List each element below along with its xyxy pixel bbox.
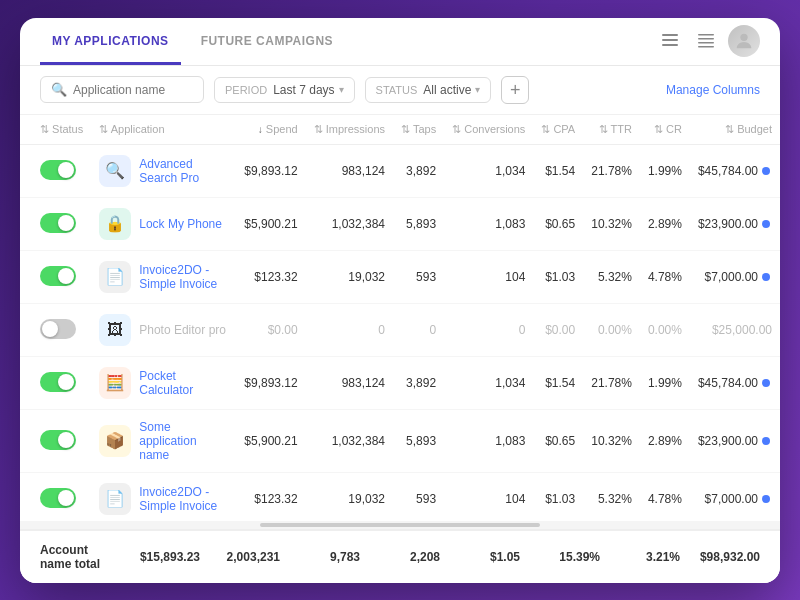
row-budget: $7,000.00 (690, 250, 780, 303)
col-application[interactable]: ⇅ Application (91, 115, 236, 145)
footer-ttr: 15.39% (520, 550, 600, 564)
row-conversions: 1,034 (444, 356, 533, 409)
row-cr: 4.78% (640, 250, 690, 303)
search-box[interactable]: 🔍 (40, 76, 204, 103)
row-conversions: 0 (444, 303, 533, 356)
app-icon: 🔒 (99, 208, 131, 240)
row-cpa: $0.65 (533, 197, 583, 250)
row-toggle-cell (20, 472, 91, 521)
campaigns-table: ⇅ Status ⇅ Application ↓ Spend ⇅ Impress… (20, 115, 780, 521)
col-cr[interactable]: ⇅ CR (640, 115, 690, 145)
row-conversions: 104 (444, 250, 533, 303)
toggle-knob (42, 321, 58, 337)
row-cpa: $1.54 (533, 356, 583, 409)
svg-rect-3 (698, 34, 714, 36)
app-toggle[interactable] (40, 430, 76, 450)
search-input[interactable] (73, 83, 193, 97)
footer-cpa: $1.05 (440, 550, 520, 564)
row-taps: 5,893 (393, 409, 444, 472)
row-spend: $9,893.12 (236, 144, 305, 197)
table-row: 🧮 Pocket Calculator $9,893.12 983,124 3,… (20, 356, 780, 409)
row-spend: $123.32 (236, 472, 305, 521)
svg-rect-2 (662, 44, 678, 46)
period-chevron-icon: ▾ (339, 84, 344, 95)
row-ttr: 5.32% (583, 250, 640, 303)
app-toggle[interactable] (40, 213, 76, 233)
app-cell: 🔍 Advanced Search Pro (99, 155, 228, 187)
compact-view-icon[interactable] (692, 31, 720, 51)
app-name[interactable]: Photo Editor pro (139, 323, 226, 337)
app-icon: 📄 (99, 261, 131, 293)
row-cpa: $1.54 (533, 144, 583, 197)
app-icon: 📄 (99, 483, 131, 515)
app-icon: 🧮 (99, 367, 131, 399)
row-impressions: 1,032,384 (306, 197, 393, 250)
status-filter[interactable]: STATUS All active ▾ (365, 77, 492, 103)
row-spend: $5,900.21 (236, 197, 305, 250)
tab-my-applications[interactable]: MY APPLICATIONS (40, 18, 181, 65)
budget-bar (762, 426, 772, 456)
app-toggle[interactable] (40, 319, 76, 339)
status-value: All active (423, 83, 471, 97)
app-toggle[interactable] (40, 372, 76, 392)
row-taps: 3,892 (393, 356, 444, 409)
row-impressions: 983,124 (306, 356, 393, 409)
scrollbar-thumb[interactable] (260, 523, 540, 527)
row-toggle-cell (20, 409, 91, 472)
row-toggle-cell (20, 356, 91, 409)
app-cell: 📄 Invoice2DO - Simple Invoice (99, 483, 228, 515)
svg-rect-0 (662, 34, 678, 36)
table-row: 🖼 Photo Editor pro $0.00 0 0 0 $0.00 0.0… (20, 303, 780, 356)
app-name[interactable]: Some application name (139, 420, 228, 462)
user-avatar[interactable] (728, 25, 760, 57)
footer-conversions: 2,208 (360, 550, 440, 564)
col-budget[interactable]: ⇅ Budget (690, 115, 780, 145)
add-button[interactable]: + (501, 76, 529, 104)
app-name[interactable]: Advanced Search Pro (139, 157, 228, 185)
row-budget: $45,784.00 (690, 356, 780, 409)
footer-values: $15,893.23 2,003,231 9,783 2,208 $1.05 1… (120, 550, 760, 564)
row-spend: $9,893.12 (236, 356, 305, 409)
budget-bar (762, 484, 772, 514)
app-name[interactable]: Lock My Phone (139, 217, 222, 231)
app-toggle[interactable] (40, 160, 76, 180)
col-taps[interactable]: ⇅ Taps (393, 115, 444, 145)
col-status[interactable]: ⇅ Status (20, 115, 91, 145)
row-ttr: 0.00% (583, 303, 640, 356)
budget-bar (762, 156, 772, 186)
row-taps: 593 (393, 472, 444, 521)
app-name[interactable]: Pocket Calculator (139, 369, 228, 397)
app-toggle[interactable] (40, 488, 76, 508)
app-name[interactable]: Invoice2DO - Simple Invoice (139, 485, 228, 513)
table-row: 📄 Invoice2DO - Simple Invoice $123.32 19… (20, 472, 780, 521)
period-filter[interactable]: PERIOD Last 7 days ▾ (214, 77, 355, 103)
row-budget: $7,000.00 (690, 472, 780, 521)
col-conversions[interactable]: ⇅ Conversions (444, 115, 533, 145)
table-row: 🔒 Lock My Phone $5,900.21 1,032,384 5,89… (20, 197, 780, 250)
horizontal-scrollbar[interactable] (20, 521, 780, 529)
row-cr: 2.89% (640, 197, 690, 250)
budget-bar (762, 262, 772, 292)
row-taps: 593 (393, 250, 444, 303)
app-name[interactable]: Invoice2DO - Simple Invoice (139, 263, 228, 291)
app-toggle[interactable] (40, 266, 76, 286)
budget-cell: $23,900.00 (698, 209, 772, 239)
row-impressions: 983,124 (306, 144, 393, 197)
table-row: 📄 Invoice2DO - Simple Invoice $123.32 19… (20, 250, 780, 303)
table-header-row: ⇅ Status ⇅ Application ↓ Spend ⇅ Impress… (20, 115, 780, 145)
col-spend[interactable]: ↓ Spend (236, 115, 305, 145)
period-label: PERIOD (225, 84, 267, 96)
footer-spend: $15,893.23 (120, 550, 200, 564)
row-app-cell: 🖼 Photo Editor pro (91, 303, 236, 356)
col-cpa[interactable]: ⇅ CPA (533, 115, 583, 145)
list-view-icon[interactable] (656, 31, 684, 51)
app-cell: 📦 Some application name (99, 420, 228, 462)
row-app-cell: 🔍 Advanced Search Pro (91, 144, 236, 197)
col-impressions[interactable]: ⇅ Impressions (306, 115, 393, 145)
tab-future-campaigns[interactable]: FUTURE CAMPAIGNS (189, 18, 345, 65)
budget-bar (762, 368, 772, 398)
col-ttr[interactable]: ⇅ TTR (583, 115, 640, 145)
manage-columns-button[interactable]: Manage Columns (666, 83, 760, 97)
row-ttr: 10.32% (583, 409, 640, 472)
search-icon: 🔍 (51, 82, 67, 97)
